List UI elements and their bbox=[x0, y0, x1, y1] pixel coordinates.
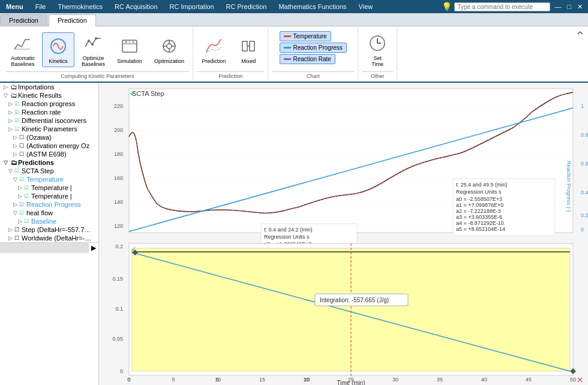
svg-text:45: 45 bbox=[526, 377, 532, 383]
svg-point-8 bbox=[129, 41, 131, 43]
menu-item-thermokinetics[interactable]: Thermokinetics bbox=[52, 2, 109, 11]
reaction-rate-chart-btn[interactable]: Reaction Rate bbox=[280, 54, 335, 64]
kinetics-button[interactable]: Kinetics bbox=[42, 32, 74, 67]
optimization-label: Optimization bbox=[154, 58, 184, 64]
svg-point-2 bbox=[88, 40, 90, 42]
svg-text:30: 30 bbox=[392, 377, 398, 383]
expand-icon: ▽ bbox=[11, 210, 19, 216]
simulation-button[interactable]: Simulation bbox=[112, 33, 147, 67]
sidebar-footer: ▶ bbox=[0, 242, 98, 253]
lightbulb-icon: 💡 bbox=[442, 2, 452, 11]
sidebar-item-scta-step[interactable]: ▽ ☑ SCTA Step bbox=[5, 167, 98, 175]
menu-item-view[interactable]: View bbox=[353, 2, 379, 11]
set-time-button[interactable]: SetTime bbox=[362, 30, 393, 70]
sidebar-scrollbar[interactable] bbox=[0, 243, 89, 253]
sidebar-item-heat-flow[interactable]: ▽ ☑ heat flow bbox=[10, 209, 98, 217]
mixed-button[interactable]: Mixed bbox=[233, 33, 264, 67]
check-icon: ☑ bbox=[14, 168, 22, 174]
svg-point-7 bbox=[125, 41, 127, 43]
expand-icon: ▷ bbox=[6, 227, 14, 233]
sidebar-item-astm[interactable]: ▷ ☐ (ASTM E698) bbox=[10, 150, 98, 158]
sidebar-item-baseline[interactable]: ▷ ☑ Baseline bbox=[14, 217, 98, 225]
check-icon: ☑ bbox=[14, 118, 22, 124]
sidebar-item-reaction-rate[interactable]: ▷ ☑ Reaction rate bbox=[5, 108, 98, 116]
check-icon: ☑ bbox=[24, 185, 31, 191]
mixed-icon bbox=[238, 35, 259, 57]
sidebar-item-ozawa[interactable]: ▷ ☐ (Ozawa) bbox=[10, 133, 98, 142]
optimize-baselines-button[interactable]: OptimizeBaselines bbox=[77, 30, 110, 70]
sidebar-item-activation-energy[interactable]: ▷ ☐ (Activation energy Oz bbox=[10, 142, 98, 150]
tab-prediction[interactable]: Prediction bbox=[0, 14, 47, 26]
kinetic-parameters-label: Kinetic Parameters bbox=[22, 125, 97, 133]
menu-item-rc-importation[interactable]: RC Importation bbox=[164, 2, 220, 11]
sidebar-item-step-delta[interactable]: ▷ ☐ Step (DeltaHr=-557.7… bbox=[5, 225, 98, 234]
reaction-progress-chart-btn[interactable]: Reaction Progress bbox=[280, 43, 347, 53]
menu-item-menu[interactable]: Menu bbox=[0, 2, 29, 11]
svg-text:0: 0 bbox=[120, 368, 123, 374]
sidebar-item-predictions[interactable]: ▽ 🗂 Predictions bbox=[0, 158, 98, 167]
sidebar-item-temperature-2[interactable]: ▷ ☑ Temperature | bbox=[14, 192, 98, 200]
svg-text:50: 50 bbox=[570, 377, 576, 383]
check-icon: ☑ bbox=[24, 218, 31, 224]
sidebar-item-reaction-progress-node[interactable]: ▷ ☑ Reaction Progress bbox=[10, 200, 98, 209]
svg-text:140: 140 bbox=[114, 199, 123, 205]
prediction-button[interactable]: Prediction bbox=[197, 33, 230, 67]
svg-text:15: 15 bbox=[259, 377, 265, 383]
kinetics-label: Kinetics bbox=[49, 58, 68, 64]
command-search-input[interactable] bbox=[454, 2, 550, 11]
importations-label: Importations bbox=[18, 83, 97, 91]
sidebar-item-worldwide-delta[interactable]: ▷ ☐ Worldwide (DeltaHr=-… bbox=[5, 234, 98, 242]
optimization-button[interactable]: Optimization bbox=[149, 33, 189, 67]
svg-text:10: 10 bbox=[215, 377, 221, 383]
minimize-btn[interactable]: — bbox=[553, 3, 563, 10]
reaction-progress-chart-label: Reaction Progress bbox=[293, 44, 343, 51]
expand-icon: ▷ bbox=[1, 84, 10, 90]
restore-btn[interactable]: □ bbox=[565, 3, 573, 10]
check-icon: ☑ bbox=[19, 176, 26, 182]
menu-item-math-functions[interactable]: Mathematics Functions bbox=[272, 2, 352, 11]
reaction-rate-label: Reaction rate bbox=[22, 109, 97, 116]
set-time-icon bbox=[367, 32, 388, 54]
sidebar-item-reaction-progress[interactable]: ▷ ☑ Reaction progress bbox=[5, 100, 98, 108]
temperature-chart-btn[interactable]: Temperature bbox=[280, 31, 331, 41]
kinetics-icon bbox=[47, 35, 69, 57]
check-icon: ☐ bbox=[19, 134, 26, 140]
tab-prediction-active[interactable]: Prediction bbox=[49, 14, 96, 26]
menu-item-rc-prediction[interactable]: RC Prediction bbox=[220, 2, 273, 11]
charts-container: SCTA Step ✓ Temperature (°C) 220 200 180… bbox=[99, 83, 588, 385]
menu-item-file[interactable]: File bbox=[29, 2, 52, 11]
svg-point-3 bbox=[91, 43, 94, 46]
sidebar-item-kinetic-parameters[interactable]: ▷ ☑ Kinetic Parameters bbox=[5, 125, 98, 133]
astm-label: (ASTM E698) bbox=[26, 151, 97, 158]
close-btn[interactable]: ✕ bbox=[575, 3, 584, 11]
sidebar-arrow-btn[interactable]: ▶ bbox=[89, 244, 98, 252]
svg-text:160: 160 bbox=[114, 175, 123, 181]
folder-icon: 🗂 bbox=[10, 92, 18, 99]
menu-item-rc-acquisition[interactable]: RC Acquisition bbox=[109, 2, 164, 11]
svg-text:0.8: 0.8 bbox=[581, 132, 588, 138]
auto-baselines-label: AutomaticBaselines bbox=[11, 55, 35, 67]
svg-text:0.2: 0.2 bbox=[581, 212, 588, 218]
auto-baselines-icon bbox=[12, 32, 34, 54]
sidebar-item-temperature-node[interactable]: ▽ ☑ Temperature bbox=[10, 175, 98, 184]
sidebar-item-importations[interactable]: ▷ 🗂 Importations bbox=[0, 83, 98, 91]
annotation2-a1: a1 = +7.099876E+0 bbox=[456, 202, 503, 208]
ribbon-collapse-btn[interactable] bbox=[575, 28, 586, 40]
ribbon-group-prediction: Prediction Mixed Prediction bbox=[193, 28, 268, 80]
menu-bar: Menu File Thermokinetics RC Acquisition … bbox=[0, 0, 588, 13]
auto-baselines-button[interactable]: AutomaticBaselines bbox=[6, 30, 40, 70]
ribbon: AutomaticBaselines Kinetics OptimizeBase… bbox=[0, 26, 588, 83]
folder-icon: 🗂 bbox=[10, 159, 18, 166]
annotation2-a5: a5 = +8.652104E-14 bbox=[456, 226, 505, 232]
temperature-2-label: Temperature | bbox=[31, 192, 97, 200]
temperature-chart-label: Temperature bbox=[293, 33, 327, 40]
sidebar-item-kinetic-results[interactable]: ▽ 🗂 Kinetic Results bbox=[0, 91, 98, 100]
sidebar-item-temperature-1[interactable]: ▷ ☑ Temperature | bbox=[14, 184, 98, 192]
sidebar-item-differential-isoconv[interactable]: ▷ ☑ Differential isoconvers bbox=[5, 116, 98, 125]
expand-icon: ▷ bbox=[11, 151, 19, 157]
svg-text:0.2: 0.2 bbox=[115, 243, 123, 249]
step-delta-label: Step (DeltaHr=-557.7… bbox=[22, 226, 97, 233]
expand-icon: ▷ bbox=[6, 118, 14, 124]
ozawa-label: (Ozawa) bbox=[26, 134, 97, 141]
expand-icon: ▷ bbox=[16, 185, 24, 191]
